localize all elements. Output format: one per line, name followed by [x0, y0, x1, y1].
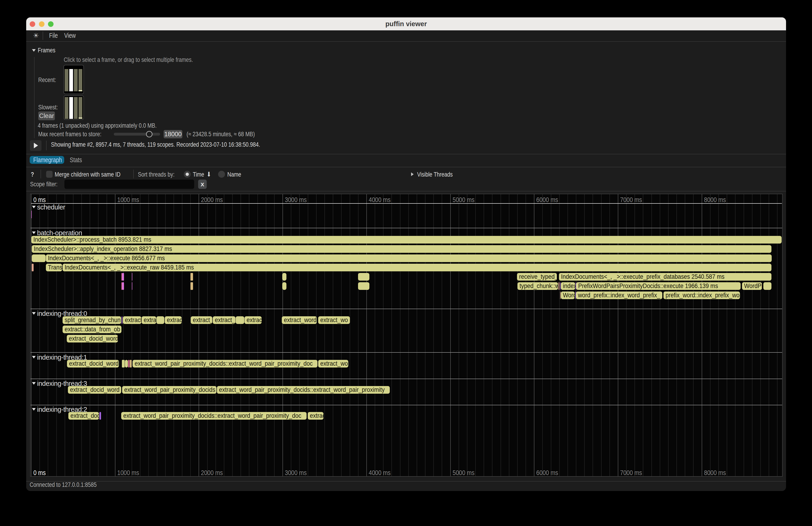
- sort-time-radio[interactable]: [184, 171, 191, 178]
- scope-bar[interactable]: IndexDocuments<_, _>::execute_prefix_dat…: [559, 273, 771, 281]
- axis-tick-label: 4000 ms: [369, 469, 391, 477]
- theme-toggle-icon[interactable]: ☀: [31, 31, 41, 40]
- scope-bar[interactable]: extract_word_pair_proximity_docids::extr…: [133, 360, 318, 367]
- scope-bar[interactable]: [32, 264, 33, 271]
- scope-bar[interactable]: [122, 316, 122, 324]
- scope-bar[interactable]: extract_word: [282, 316, 317, 324]
- scope-bar[interactable]: [128, 360, 130, 367]
- thread-collapse-icon[interactable]: [32, 206, 36, 208]
- scope-bar[interactable]: extract_: [213, 316, 235, 324]
- scope-bar[interactable]: word_prefix::index_word_prefix_: [576, 292, 662, 299]
- flamegraph-canvas[interactable]: 0 ms0 ms1000 ms1000 ms2000 ms2000 ms3000…: [30, 194, 783, 477]
- scope-bar[interactable]: IndexScheduler>::process_batch 8953.821 …: [31, 236, 782, 244]
- thread-collapse-icon[interactable]: [32, 382, 36, 385]
- scope-bar[interactable]: extract_word_pair_proximity_docids::extr…: [121, 412, 307, 420]
- scope-bar[interactable]: extract::data_from_ob: [62, 325, 121, 333]
- scope-bar[interactable]: [763, 282, 771, 290]
- scope-bar[interactable]: extract_word_pair_proximity_docids: [122, 386, 216, 394]
- scope-bar[interactable]: [358, 273, 369, 281]
- scope-bar[interactable]: index: [561, 282, 575, 290]
- scope-bar[interactable]: extract: [245, 316, 262, 324]
- scope-bar[interactable]: PrefixWordPairsProximityDocids::execute …: [576, 282, 741, 290]
- thread-collapse-icon[interactable]: [32, 232, 36, 234]
- scope-bar[interactable]: [576, 292, 576, 299]
- menu-view[interactable]: View: [64, 30, 76, 41]
- merge-children-checkbox[interactable]: [46, 171, 53, 178]
- clear-filter-button[interactable]: x: [198, 179, 207, 189]
- scope-bar[interactable]: [358, 282, 369, 290]
- scope-bar[interactable]: extract: [123, 316, 141, 324]
- scope-label: extract: [125, 316, 141, 324]
- scope-bar[interactable]: [122, 360, 125, 367]
- scope-bar[interactable]: extract_wo: [318, 316, 350, 324]
- scope-bar[interactable]: IndexDocuments<_, _>::execute_raw 8459.1…: [62, 264, 772, 271]
- thread-collapse-icon[interactable]: [32, 408, 36, 411]
- scope-bar[interactable]: [122, 273, 124, 281]
- recent-frames-thumbnail[interactable]: [63, 65, 84, 94]
- scope-bar[interactable]: IndexScheduler>::apply_index_operation 8…: [32, 245, 772, 253]
- max-frames-slider[interactable]: [114, 133, 160, 135]
- visible-threads-collapse-icon[interactable]: [411, 172, 414, 176]
- merge-children-label[interactable]: Merge children with same ID: [55, 171, 120, 178]
- scope-bar[interactable]: [560, 282, 561, 290]
- scope-bar[interactable]: extract_docid_word: [67, 360, 119, 367]
- scope-bar[interactable]: extract_docid_word: [67, 335, 118, 342]
- scope-bar[interactable]: [32, 254, 46, 262]
- scope-bar[interactable]: IndexDocuments<_, _>::execute 8656.677 m…: [46, 254, 771, 262]
- max-frames-value[interactable]: 18000: [164, 130, 183, 138]
- scope-bar[interactable]: [282, 282, 287, 290]
- axis-tick-label: 0 ms: [33, 196, 46, 204]
- scope-bar[interactable]: [122, 282, 124, 290]
- menu-file[interactable]: File: [49, 30, 58, 41]
- scope-filter-input[interactable]: [64, 179, 194, 189]
- scope-bar[interactable]: Trans: [46, 264, 62, 271]
- help-button[interactable]: ?: [31, 171, 34, 178]
- thread-collapse-icon[interactable]: [32, 356, 36, 359]
- tab-stats[interactable]: Stats: [70, 156, 85, 164]
- play-button[interactable]: [30, 140, 42, 151]
- frames-usage-text: 4 frames (1 unpacked) using approximatel…: [38, 122, 157, 129]
- tab-flamegraph[interactable]: Flamegraph: [30, 156, 64, 164]
- scope-bar[interactable]: extract_: [191, 316, 212, 324]
- scope-bar[interactable]: [31, 210, 32, 218]
- scope-bar[interactable]: [236, 316, 244, 324]
- scope-bar[interactable]: [560, 292, 561, 299]
- max-frames-slider-handle[interactable]: [146, 131, 153, 137]
- slowest-frames-thumbnail[interactable]: [63, 96, 84, 120]
- sort-name-radio[interactable]: [218, 171, 225, 178]
- thread-collapse-icon[interactable]: [32, 312, 36, 315]
- scope-bar[interactable]: [132, 282, 132, 290]
- visible-threads-label[interactable]: Visible Threads: [417, 171, 453, 178]
- scope-bar[interactable]: extra: [142, 316, 156, 324]
- scope-bar[interactable]: [132, 273, 132, 281]
- scope-bar[interactable]: prefix_word::index_prefix_wo: [664, 292, 740, 299]
- scope-bar[interactable]: Word: [561, 292, 575, 299]
- scope-bar[interactable]: WordPr: [742, 282, 762, 290]
- scope-bar[interactable]: [125, 360, 128, 367]
- scope-label: extract_word_pair_proximity_docids::extr…: [219, 386, 385, 393]
- scope-bar[interactable]: [190, 273, 193, 281]
- scope-bar[interactable]: split_grenad_by_chun: [62, 316, 121, 324]
- scope-bar[interactable]: extrac: [308, 412, 323, 420]
- clear-button[interactable]: Clear: [38, 112, 55, 120]
- scope-bar[interactable]: extrac: [165, 316, 182, 324]
- slowest-label: Slowest:: [38, 104, 58, 111]
- scope-bar[interactable]: extract_wo: [318, 360, 348, 367]
- scope-bar[interactable]: [282, 273, 287, 281]
- frames-header[interactable]: Frames: [38, 47, 55, 54]
- scope-bar[interactable]: [190, 282, 193, 290]
- frames-collapse-icon[interactable]: [32, 49, 36, 52]
- separator: [26, 481, 786, 482]
- scope-bar[interactable]: extract_docid_word: [68, 386, 121, 394]
- scope-bar[interactable]: typed_chunk::w: [518, 282, 558, 290]
- sort-name-label[interactable]: Name: [227, 171, 241, 178]
- sort-time-label[interactable]: Time: [193, 171, 204, 178]
- scope-bar[interactable]: [130, 360, 132, 367]
- scope-bar[interactable]: extract_word_pair_proximity_docids::extr…: [217, 386, 390, 394]
- sort-direction-icon[interactable]: ⬇: [207, 171, 211, 178]
- scope-bar[interactable]: [559, 282, 560, 290]
- scope-bar[interactable]: receive_typed_: [517, 273, 557, 281]
- scope-bar[interactable]: [156, 316, 164, 324]
- scope-bar[interactable]: extract_doc: [68, 412, 99, 420]
- scope-bar[interactable]: [99, 412, 101, 420]
